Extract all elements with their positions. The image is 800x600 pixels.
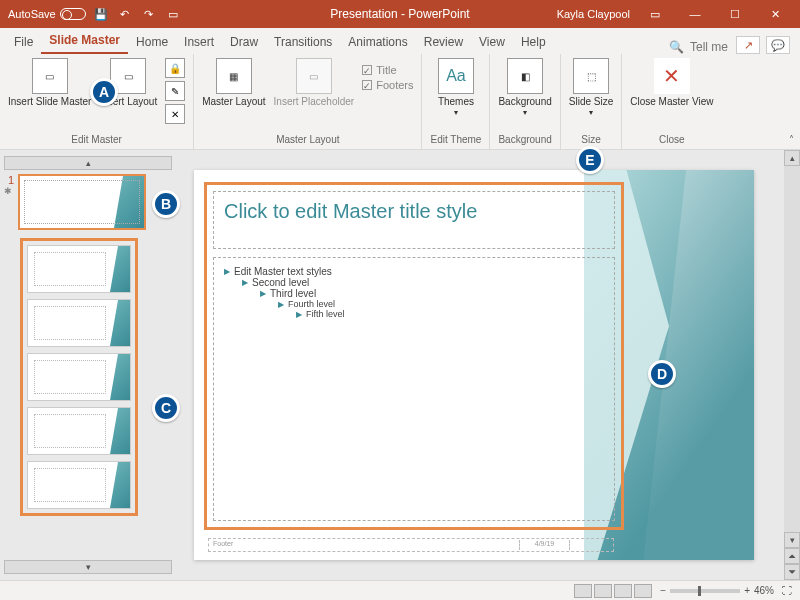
title-bar: AutoSave 💾 ↶ ↷ ▭ Presentation - PowerPoi… xyxy=(0,0,800,28)
vertical-scrollbar[interactable]: ▴ ▾ ⏶ ⏷ xyxy=(784,150,800,580)
tab-draw[interactable]: Draw xyxy=(222,30,266,54)
label: Close Master View xyxy=(630,96,713,107)
group-background: ◧ Background ▾ Background xyxy=(490,54,560,149)
zoom-percent[interactable]: 46% xyxy=(754,585,774,596)
slide-size-icon: ⬚ xyxy=(573,58,609,94)
date-placeholder: 4/9/19 xyxy=(519,540,569,550)
callout-c: C xyxy=(152,394,180,422)
zoom-slider[interactable] xyxy=(670,589,740,593)
minimize-icon[interactable]: — xyxy=(680,8,710,20)
label: Themes xyxy=(438,96,474,107)
callout-b: B xyxy=(152,190,180,218)
body-placeholder[interactable]: ▶Edit Master text styles ▶Second level ▶… xyxy=(213,257,615,521)
slide-sorter-view-icon[interactable] xyxy=(594,584,612,598)
slide-size-button[interactable]: ⬚ Slide Size ▾ xyxy=(569,58,613,118)
scroll-up-button[interactable]: ▴ xyxy=(4,156,172,170)
insert-slide-master-button[interactable]: ▭ Insert Slide Master xyxy=(8,58,91,107)
used-star-icon: ✱ xyxy=(4,186,14,196)
callout-e: E xyxy=(576,146,604,174)
prev-slide-icon[interactable]: ⏶ xyxy=(784,548,800,564)
group-label: Master Layout xyxy=(276,134,339,147)
group-close: ✕ Close Master View Close xyxy=(622,54,721,149)
group-edit-theme: Aa Themes ▾ Edit Theme xyxy=(422,54,490,149)
fit-to-window-icon[interactable]: ⛶ xyxy=(782,585,792,596)
group-label: Background xyxy=(498,134,551,147)
background-button[interactable]: ◧ Background ▾ xyxy=(498,58,551,118)
status-bar: − + 46% ⛶ xyxy=(0,580,800,600)
delete-icon[interactable]: ✕ xyxy=(165,104,185,124)
slideshow-view-icon[interactable] xyxy=(634,584,652,598)
ribbon-display-icon[interactable]: ▭ xyxy=(640,8,670,21)
scroll-down-button[interactable]: ▾ xyxy=(4,560,172,574)
chevron-down-icon: ▾ xyxy=(523,109,527,118)
maximize-icon[interactable]: ☐ xyxy=(720,8,750,21)
layout-thumbnail[interactable] xyxy=(27,407,131,455)
tab-help[interactable]: Help xyxy=(513,30,554,54)
tab-view[interactable]: View xyxy=(471,30,513,54)
label: Slide Size xyxy=(569,96,613,107)
autosave-toggle[interactable]: AutoSave xyxy=(8,8,86,20)
footer-label: Footer xyxy=(213,540,233,550)
body-l4: Fourth level xyxy=(288,299,335,309)
collapse-ribbon-icon[interactable]: ˄ xyxy=(789,134,794,145)
account-name[interactable]: Kayla Claypool xyxy=(557,8,630,20)
label: Background xyxy=(498,96,551,107)
reading-view-icon[interactable] xyxy=(614,584,632,598)
group-label: Edit Master xyxy=(71,134,122,147)
title-placeholder[interactable]: Click to edit Master title style xyxy=(213,191,615,249)
zoom-out-icon[interactable]: − xyxy=(660,585,666,596)
rename-icon[interactable]: ✎ xyxy=(165,81,185,101)
next-slide-icon[interactable]: ⏷ xyxy=(784,564,800,580)
share-button[interactable]: ↗ xyxy=(736,36,760,54)
footers-checkbox[interactable]: Footers xyxy=(362,79,413,91)
close-icon[interactable]: ✕ xyxy=(760,8,790,21)
group-label: Close xyxy=(659,134,685,147)
layout-thumbnail[interactable] xyxy=(27,299,131,347)
layout-thumbnail[interactable] xyxy=(27,245,131,293)
master-layout-button[interactable]: ▦ Master Layout xyxy=(202,58,265,107)
checkbox-icon xyxy=(362,65,372,75)
layout-thumbnail[interactable] xyxy=(27,461,131,509)
placeholder-icon: ▭ xyxy=(296,58,332,94)
footer-placeholder[interactable]: Footer 4/9/19 xyxy=(208,538,614,552)
window-title: Presentation - PowerPoint xyxy=(330,7,469,21)
themes-icon: Aa xyxy=(438,58,474,94)
group-size: ⬚ Slide Size ▾ Size xyxy=(561,54,622,149)
scroll-up-icon[interactable]: ▴ xyxy=(784,150,800,166)
body-l3: Third level xyxy=(270,288,316,299)
title-checkbox[interactable]: Title xyxy=(362,64,413,76)
thumbnail-pane: ▴ 1 ✱ ▾ xyxy=(0,150,176,580)
body-l2: Second level xyxy=(252,277,309,288)
zoom-in-icon[interactable]: + xyxy=(744,585,750,596)
save-icon[interactable]: 💾 xyxy=(92,5,110,23)
preserve-icon[interactable]: 🔒 xyxy=(165,58,185,78)
master-thumbnail[interactable] xyxy=(18,174,146,230)
label: Insert Placeholder xyxy=(274,96,355,107)
slide-number-placeholder xyxy=(569,540,609,550)
tab-file[interactable]: File xyxy=(6,30,41,54)
tab-transitions[interactable]: Transitions xyxy=(266,30,340,54)
insert-placeholder-button[interactable]: ▭ Insert Placeholder xyxy=(274,58,355,107)
title-placeholder-text: Click to edit Master title style xyxy=(224,200,477,222)
redo-icon[interactable]: ↷ xyxy=(140,5,158,23)
tab-review[interactable]: Review xyxy=(416,30,471,54)
tab-insert[interactable]: Insert xyxy=(176,30,222,54)
undo-icon[interactable]: ↶ xyxy=(116,5,134,23)
background-icon: ◧ xyxy=(507,58,543,94)
close-master-view-button[interactable]: ✕ Close Master View xyxy=(630,58,713,107)
layout-thumbnail[interactable] xyxy=(27,353,131,401)
normal-view-icon[interactable] xyxy=(574,584,592,598)
comments-button[interactable]: 💬 xyxy=(766,36,790,54)
start-slideshow-icon[interactable]: ▭ xyxy=(164,5,182,23)
toggle-off-icon xyxy=(60,8,86,20)
zoom-control[interactable]: − + 46% xyxy=(660,585,774,596)
scroll-down-icon[interactable]: ▾ xyxy=(784,532,800,548)
tab-slide-master[interactable]: Slide Master xyxy=(41,28,128,54)
slide-panel: Click to edit Master title style ▶Edit M… xyxy=(176,150,800,580)
group-label: Edit Theme xyxy=(430,134,481,147)
tab-home[interactable]: Home xyxy=(128,30,176,54)
themes-button[interactable]: Aa Themes ▾ xyxy=(438,58,474,118)
tab-animations[interactable]: Animations xyxy=(340,30,415,54)
label: Footers xyxy=(376,79,413,91)
tell-me-search[interactable]: 🔍 Tell me xyxy=(669,40,736,54)
